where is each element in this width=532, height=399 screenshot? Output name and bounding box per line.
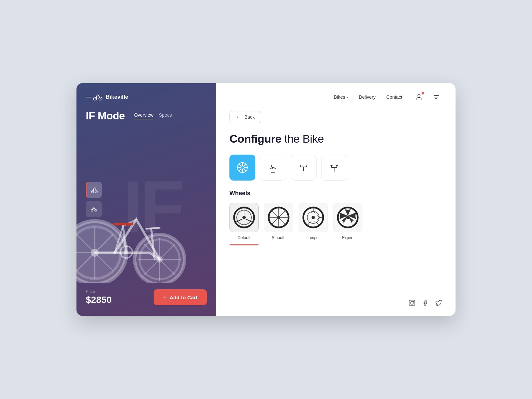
config-wheel-button[interactable] bbox=[229, 155, 255, 181]
facebook-button[interactable] bbox=[422, 299, 429, 307]
brand-name: Bikeville bbox=[106, 94, 128, 100]
wheel-default-underline bbox=[229, 244, 259, 245]
plus-icon: + bbox=[163, 294, 167, 301]
wheel-default[interactable]: Default bbox=[229, 203, 259, 245]
thumb-side[interactable] bbox=[86, 201, 102, 217]
svg-line-25 bbox=[146, 228, 160, 229]
svg-point-60 bbox=[277, 216, 280, 219]
price-block: Price $2850 bbox=[86, 289, 112, 305]
arrow-left-icon: ← bbox=[236, 114, 241, 120]
left-panel: Bikeville IF Mode Overview Specs bbox=[76, 83, 216, 316]
wheel-smooth-circle bbox=[264, 203, 293, 232]
svg-line-41 bbox=[239, 169, 241, 171]
config-icons-row bbox=[229, 155, 442, 181]
svg-line-57 bbox=[235, 219, 242, 222]
price-label: Price bbox=[86, 289, 112, 294]
price-value: $2850 bbox=[86, 295, 112, 305]
wheel-jumper-circle bbox=[299, 203, 328, 232]
right-content: ← Back Configure the Bike bbox=[216, 111, 456, 316]
configure-rest: the Bike bbox=[281, 132, 324, 145]
instagram-button[interactable] bbox=[408, 299, 416, 307]
svg-point-28 bbox=[418, 95, 420, 97]
logo-area: Bikeville bbox=[86, 94, 207, 100]
svg-point-6 bbox=[91, 209, 93, 211]
wheel-smooth[interactable]: Smooth bbox=[264, 203, 293, 245]
product-header: IF Mode Overview Specs bbox=[86, 110, 207, 122]
add-to-cart-button[interactable]: + Add to Cart bbox=[154, 289, 207, 305]
svg-line-39 bbox=[244, 169, 246, 171]
social-row bbox=[408, 299, 442, 307]
price-row: Price $2850 + Add to Cart bbox=[86, 289, 207, 305]
add-to-cart-label: Add to Cart bbox=[170, 295, 198, 300]
nav-delivery[interactable]: Delivery bbox=[359, 94, 376, 100]
nav-bar: Bikes ▾ Delivery Contact bbox=[216, 83, 456, 111]
twitter-button[interactable] bbox=[435, 299, 442, 307]
nav-icons bbox=[413, 91, 442, 103]
svg-point-71 bbox=[312, 216, 315, 219]
config-seat-button[interactable] bbox=[260, 155, 286, 181]
nav-contact[interactable]: Contact bbox=[386, 94, 402, 100]
wheels-section-title: Wheels bbox=[229, 190, 442, 197]
wheel-expert[interactable]: Expert bbox=[333, 203, 362, 245]
svg-line-65 bbox=[271, 210, 277, 216]
logo-icon bbox=[86, 94, 102, 100]
thumb-front[interactable] bbox=[86, 182, 102, 198]
svg-line-79 bbox=[310, 222, 312, 222]
wheel-smooth-label: Smooth bbox=[272, 235, 285, 240]
svg-rect-84 bbox=[409, 300, 415, 306]
right-panel: Bikes ▾ Delivery Contact bbox=[216, 83, 456, 316]
product-tabs: Overview Specs bbox=[134, 112, 172, 119]
nav-bikes[interactable]: Bikes ▾ bbox=[334, 94, 348, 100]
wheels-row: Default bbox=[229, 203, 442, 245]
config-handlebar2-button[interactable] bbox=[321, 155, 347, 181]
svg-point-85 bbox=[411, 302, 413, 304]
svg-line-58 bbox=[246, 219, 253, 222]
product-card: Bikeville IF Mode Overview Specs bbox=[76, 83, 456, 316]
product-title: IF Mode bbox=[86, 110, 125, 122]
svg-line-81 bbox=[314, 222, 317, 222]
profile-button[interactable] bbox=[413, 91, 425, 103]
svg-rect-23 bbox=[113, 223, 133, 225]
chevron-down-icon: ▾ bbox=[346, 95, 348, 99]
notification-dot bbox=[422, 92, 424, 94]
svg-point-55 bbox=[242, 216, 246, 219]
svg-point-86 bbox=[413, 301, 414, 302]
wheel-default-circle bbox=[229, 203, 259, 232]
svg-line-40 bbox=[244, 164, 246, 166]
wheel-expert-label: Expert bbox=[342, 235, 354, 240]
back-button[interactable]: ← Back bbox=[229, 111, 261, 123]
svg-point-33 bbox=[241, 166, 244, 169]
svg-point-27 bbox=[124, 250, 128, 254]
configure-bold: Configure bbox=[229, 132, 281, 145]
back-label: Back bbox=[244, 114, 255, 120]
svg-line-66 bbox=[280, 219, 286, 225]
wheel-default-label: Default bbox=[238, 235, 250, 240]
config-handlebar-button[interactable] bbox=[291, 155, 317, 181]
configure-title: Configure the Bike bbox=[229, 132, 442, 145]
svg-line-68 bbox=[271, 219, 277, 225]
svg-line-67 bbox=[280, 210, 286, 216]
wheel-jumper-label: Jumper bbox=[307, 235, 320, 240]
tab-overview[interactable]: Overview bbox=[134, 112, 153, 119]
wheel-expert-circle bbox=[333, 203, 362, 232]
view-thumbnails bbox=[86, 182, 102, 217]
filter-button[interactable] bbox=[430, 91, 442, 103]
svg-line-38 bbox=[239, 164, 241, 166]
tab-specs[interactable]: Specs bbox=[159, 112, 172, 119]
wheel-jumper[interactable]: Jumper bbox=[299, 203, 328, 245]
